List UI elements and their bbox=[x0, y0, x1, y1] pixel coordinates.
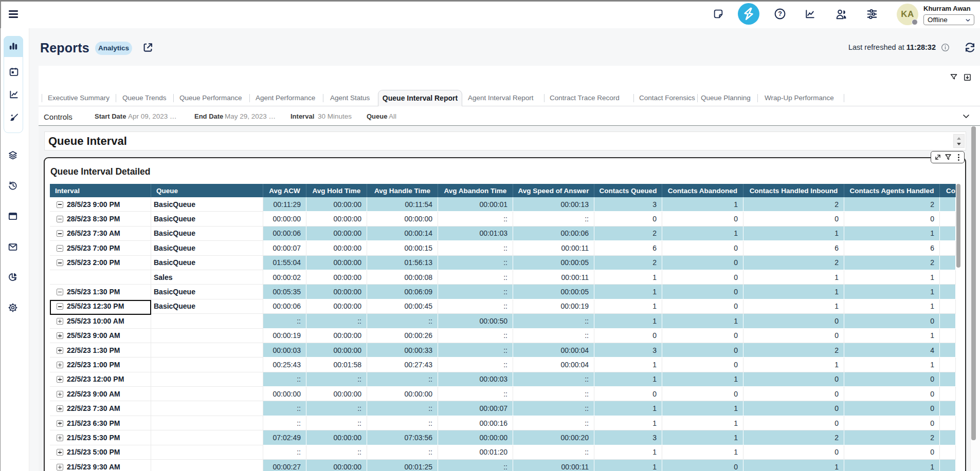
svg-text:?: ? bbox=[778, 10, 782, 17]
